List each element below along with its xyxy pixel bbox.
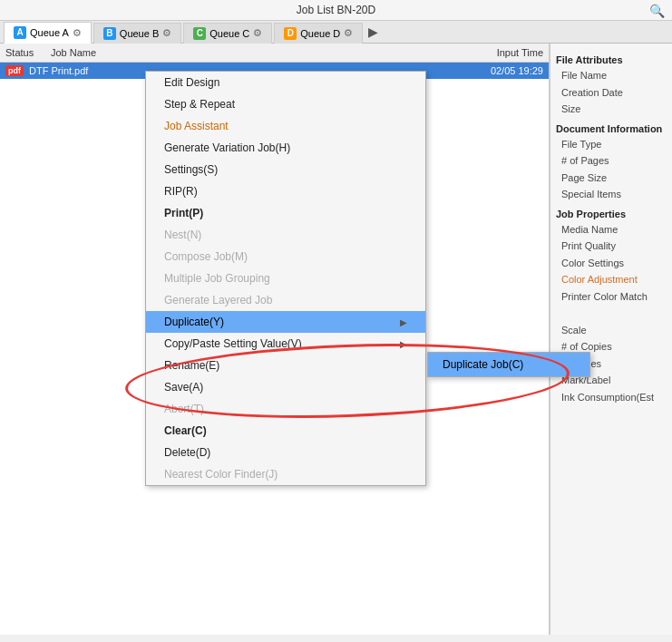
menu-item-multiple-job-grouping: Multiple Job Grouping (146, 268, 425, 289)
header-input-time: Input Time (453, 47, 543, 58)
panel-item-special-items: Special Items (556, 186, 667, 203)
panel-item-ink-consumption: Ink Consumption(Est (556, 389, 667, 406)
menu-item-duplicate[interactable]: Duplicate(Y) ▶ (146, 311, 425, 333)
panel-item-printer-color-match: Printer Color Match (556, 288, 667, 306)
document-info-title: Document Information (556, 123, 667, 134)
header-status: Status (5, 47, 51, 58)
menu-item-nest: Nest(N) (146, 224, 425, 246)
job-input-time: 02/05 19:29 (491, 65, 543, 76)
menu-item-print[interactable]: Print(P) (146, 202, 425, 224)
submenu-arrow-2: ▶ (400, 339, 407, 349)
gear-icon-a[interactable]: ⚙ (73, 27, 82, 39)
menu-item-rip[interactable]: RIP(R) (146, 180, 425, 202)
panel-item-scale: Scale (556, 322, 667, 339)
tab-d-label: Queue D (300, 28, 340, 39)
panel-item-file-type: File Type (556, 136, 667, 153)
panel-item-color-settings: Color Settings (556, 255, 667, 272)
gear-icon-c[interactable]: ⚙ (253, 27, 262, 39)
tab-c-label: Queue C (209, 28, 249, 39)
tab-a-letter: A (14, 26, 26, 39)
menu-item-compose-job: Compose Job(M) (146, 246, 425, 268)
panel-item-page-size: Page Size (556, 170, 667, 187)
tabs-more-arrow[interactable]: ▶ (368, 24, 378, 39)
menu-item-job-assistant[interactable]: Job Assistant (146, 115, 425, 137)
tab-b-letter: B (103, 27, 116, 40)
context-menu: Edit Design Step & Repeat Job Assistant … (145, 71, 426, 486)
menu-item-nearest-color: Nearest Color Finder(J) (146, 463, 425, 485)
menu-item-save[interactable]: Save(A) (146, 376, 425, 398)
submenu: Duplicate Job(C) (427, 352, 590, 377)
pdf-icon: pdf (5, 65, 24, 76)
panel-item-print-quality: Print Quality (556, 238, 667, 255)
menu-item-delete[interactable]: Delete(D) (146, 442, 425, 463)
job-properties-title: Job Properties (556, 209, 667, 219)
gear-icon-d[interactable]: ⚙ (344, 27, 353, 39)
panel-item-color-adjustment: Color Adjustment (556, 271, 667, 288)
menu-item-generate-layered: Generate Layered Job (146, 289, 425, 311)
panel-item-blank (556, 305, 667, 322)
file-attributes-title: File Attributes (556, 54, 667, 65)
tab-queue-a[interactable]: A Queue A ⚙ (4, 22, 92, 44)
menu-item-settings[interactable]: Settings(S) (146, 159, 425, 180)
gear-icon-b[interactable]: ⚙ (162, 27, 171, 39)
title-bar: Job List BN-20D 🔍 (0, 0, 672, 21)
tab-queue-d[interactable]: D Queue D ⚙ (274, 23, 363, 44)
tab-c-letter: C (193, 27, 206, 40)
submenu-item-duplicate-job-label: Duplicate Job(C) (443, 358, 523, 371)
tab-a-label: Queue A (30, 27, 69, 38)
panel-item-num-pages: # of Pages (556, 152, 667, 170)
job-list-header: Status Job Name Input Time (0, 44, 549, 63)
menu-item-step-repeat[interactable]: Step & Repeat (146, 93, 425, 115)
menu-item-generate-variation[interactable]: Generate Variation Job(H) (146, 137, 425, 159)
tab-b-label: Queue B (120, 28, 159, 39)
menu-item-abort: Abort(T) (146, 398, 425, 420)
header-job-name: Job Name (51, 47, 453, 58)
tab-queue-b[interactable]: B Queue B ⚙ (93, 23, 181, 44)
right-panel: File Attributes File Name Creation Date … (550, 44, 672, 635)
submenu-arrow: ▶ (400, 317, 407, 327)
tab-queue-c[interactable]: C Queue C ⚙ (183, 23, 272, 44)
panel-item-size: Size (556, 101, 667, 118)
submenu-item-duplicate-job[interactable]: Duplicate Job(C) (428, 353, 589, 376)
menu-item-copy-paste-setting[interactable]: Copy/Paste Setting Value(V) ▶ (146, 333, 425, 355)
panel-item-creation-date: Creation Date (556, 84, 667, 102)
tab-d-letter: D (284, 27, 297, 40)
panel-item-filename: File Name (556, 67, 667, 84)
window-title: Job List BN-20D (297, 4, 375, 16)
menu-item-edit-design[interactable]: Edit Design (146, 72, 425, 93)
menu-item-rename[interactable]: Rename(E) (146, 355, 425, 376)
menu-item-clear[interactable]: Clear(C) (146, 420, 425, 442)
search-icon[interactable]: 🔍 (649, 4, 665, 18)
queue-tabs: A Queue A ⚙ B Queue B ⚙ C Queue C ⚙ D Qu… (0, 21, 672, 44)
panel-item-media-name: Media Name (556, 221, 667, 238)
